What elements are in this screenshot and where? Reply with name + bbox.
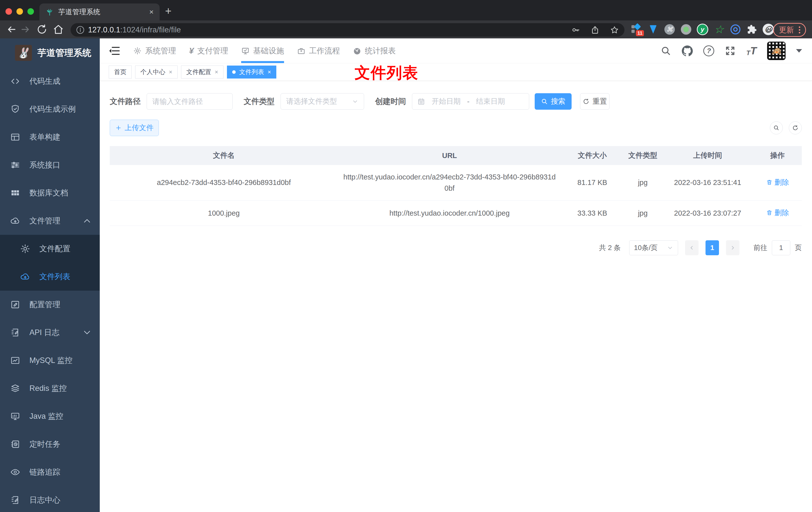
fullscreen-icon[interactable] [725,46,736,56]
pagination: 共 2 条 10条/页 1 前往 页 [110,240,802,255]
delete-label: 删除 [775,207,789,218]
home-icon[interactable] [52,24,64,35]
sidebar-item-file-config[interactable]: 文件配置 [0,235,100,263]
file-type-label: 文件类型 [244,96,274,107]
top-menu-infrastructure[interactable]: 基础设施 [241,38,284,63]
window-zoom-button[interactable] [27,8,34,15]
extension-sidekick-icon[interactable]: 11 [631,24,642,35]
trash-icon [766,179,773,185]
tag-close-icon[interactable]: × [268,69,271,75]
tag-close-icon[interactable]: × [169,69,172,75]
tag-file-list[interactable]: 文件列表 × [227,65,276,79]
extensions-puzzle-icon[interactable] [746,24,758,35]
col-url: URL [338,146,561,165]
top-menu-payment[interactable]: 支付管理 [189,38,228,63]
date-range-picker[interactable]: 开始日期 - 结束日期 [412,93,529,110]
extension-gem-icon[interactable] [647,24,659,35]
sidebar-item-form-builder[interactable]: 表单构建 [0,123,100,151]
password-key-icon[interactable] [571,25,580,34]
file-path-input[interactable] [147,93,233,110]
sidebar-item-system-api[interactable]: 系统接口 [0,151,100,179]
sidebar-item-java-monitor[interactable]: Java 监控 [0,402,100,430]
show-search-button[interactable] [770,121,783,134]
goto-page-input[interactable] [772,240,790,255]
sidebar-item-file-list[interactable]: 文件列表 [0,263,100,291]
sidebar-item-db-doc[interactable]: 数据库文档 [0,179,100,207]
table-row: 1000.jpeg http://test.yudao.iocoder.cn/1… [110,201,802,225]
delete-button[interactable]: 删除 [766,177,789,188]
extension-recorder-icon[interactable] [680,24,692,35]
filter-form: 文件路径 文件类型 请选择文件类型 创建时间 开始日期 - 结束日期 [110,93,802,110]
sidebar-item-redis-monitor[interactable]: Redis 监控 [0,374,100,402]
sidebar-item-api-log[interactable]: API 日志 [0,319,100,347]
top-menu-reports[interactable]: 统计报表 [353,38,396,63]
extension-star-icon[interactable] [713,24,725,35]
top-menu-system[interactable]: 系统管理 [133,38,176,63]
tag-file-config[interactable]: 文件配置 × [181,65,224,79]
upload-file-button[interactable]: 上传文件 [110,120,159,136]
search-button[interactable]: 搜索 [535,93,572,110]
search-icon[interactable] [660,46,671,56]
sidebar-item-file-management[interactable]: 文件管理 [0,207,100,235]
browser-menu-icon[interactable] [799,29,800,31]
chevron-down-icon [352,98,358,105]
back-icon[interactable] [5,24,18,35]
chevron-down-icon [82,327,92,338]
start-date-placeholder[interactable]: 开始日期 [432,96,461,107]
file-type-select[interactable]: 请选择文件类型 [281,93,364,110]
sidebar-item-scheduled-tasks[interactable]: 定时任务 [0,430,100,458]
sidebar-item-code-generation[interactable]: 代码生成 [0,67,100,95]
forward-icon[interactable] [20,24,31,35]
next-page-button[interactable] [726,240,740,255]
tag-home[interactable]: 首页 [109,65,132,79]
sidebar-item-mysql-monitor[interactable]: MySQL 监控 [0,347,100,374]
edit-icon [10,299,21,310]
page-size-select[interactable]: 10条/页 [629,240,678,255]
grid-icon [10,188,21,198]
url-bar[interactable]: 127.0.0.1:1024/infra/file/file [70,23,625,37]
chevron-left-icon [689,245,695,250]
window-close-button[interactable] [5,8,12,15]
avatar-caret-icon[interactable] [796,49,802,53]
sidebar-item-log-center[interactable]: 日志中心 [0,486,100,512]
sidebar-logo[interactable]: 芋道管理系统 [0,38,100,67]
sidebar-item-code-demo[interactable]: 代码生成示例 [0,95,100,123]
page-number-1[interactable]: 1 [705,240,719,255]
window-minimize-button[interactable] [17,8,23,15]
prev-page-button[interactable] [685,240,699,255]
sidebar-item-tracing[interactable]: 链路追踪 [0,458,100,486]
search-icon [541,98,548,105]
help-icon[interactable] [703,46,714,56]
top-menu-label: 系统管理 [145,46,176,56]
bookmark-star-icon[interactable] [610,25,619,34]
main-area: 系统管理 支付管理 基础设施 工作流程 统计报表 [100,38,812,512]
top-menu-workflow[interactable]: 工作流程 [297,38,340,63]
github-icon[interactable] [682,46,693,56]
share-icon[interactable] [590,25,600,34]
new-tab-button[interactable]: + [165,5,172,17]
end-date-placeholder[interactable]: 结束日期 [476,96,505,107]
tag-label: 文件配置 [186,68,211,76]
sidebar-item-label: MySQL 监控 [29,355,72,366]
collapse-sidebar-icon[interactable] [109,45,121,57]
reset-button[interactable]: 重置 [580,93,609,110]
font-size-icon[interactable] [746,45,757,57]
tag-close-icon[interactable]: × [215,69,218,75]
goto-label: 前往 [753,243,767,252]
tab-close-icon[interactable]: × [149,8,154,16]
sidebar-item-config-management[interactable]: 配置管理 [0,291,100,319]
profile-avatar-icon[interactable] [763,24,774,35]
browser-tab[interactable]: 芋道管理系统 × [39,3,160,21]
browser-update-button[interactable]: 更新 [773,23,806,37]
avatar[interactable] [767,42,786,60]
site-info-icon[interactable] [76,26,85,34]
extension-command-icon[interactable] [664,24,675,35]
delete-button[interactable]: 删除 [766,207,789,218]
tag-profile[interactable]: 个人中心 × [135,65,178,79]
extension-eye-icon[interactable] [730,24,741,35]
extension-y-icon[interactable] [697,24,708,35]
reload-icon[interactable] [36,24,48,35]
app-header: 系统管理 支付管理 基础设施 工作流程 统计报表 [100,38,812,63]
refresh-table-button[interactable] [789,121,802,134]
page-content: 文件路径 文件类型 请选择文件类型 创建时间 开始日期 - 结束日期 [100,81,812,512]
